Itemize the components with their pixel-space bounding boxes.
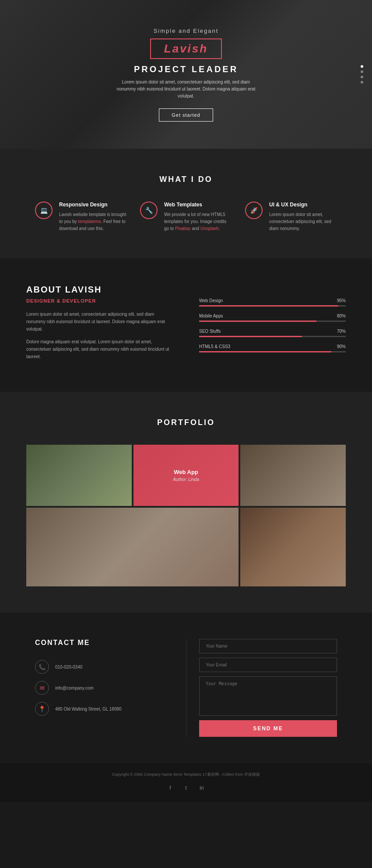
skill-web-design-header: Web Design 95% (199, 298, 346, 303)
skill-html-css: HTML5 & CSS3 90% (199, 344, 346, 352)
hero-dot-1[interactable] (361, 65, 363, 68)
responsive-design-icon: 💻 (35, 202, 53, 219)
get-started-button[interactable]: Get started (159, 108, 213, 122)
footer: Copyright © 2084 Company Name More Templ… (0, 763, 372, 802)
skill-web-design-bar-bg (199, 305, 346, 307)
hero-dot-2[interactable] (361, 70, 363, 73)
skill-mobile-apps-pct: 80% (337, 314, 346, 318)
contact-message-textarea[interactable] (199, 676, 337, 716)
contact-address-item: 📍 480 Old Walking Street, GL 18080 (35, 702, 173, 716)
ui-ux-icon: 🚀 (245, 202, 263, 219)
hero-content: Simple and Elegant Lavish PROJECT LEADER… (116, 28, 256, 122)
service-web-templates-content: Web Templates We provide a lot of new HT… (164, 202, 232, 232)
contact-address: 480 Old Walking Street, GL 18080 (55, 707, 122, 711)
service-responsive-content: Responsive Design Lavish website templat… (59, 202, 127, 232)
skill-seo-header: SEO Stuffs 70% (199, 329, 346, 334)
skill-mobile-apps-header: Mobile Apps 80% (199, 314, 346, 318)
contact-email: info@company.com (55, 686, 94, 690)
skill-html-css-header: HTML5 & CSS3 90% (199, 344, 346, 349)
unsplash-link[interactable]: Unsplash (200, 226, 219, 231)
about-skills: Web Design 95% Mobile Apps 80% SEO Stuff… (199, 285, 346, 366)
skill-mobile-apps-name: Mobile Apps (199, 314, 223, 318)
service-ui-ux-desc: Lorem ipsum dolor sit amet, consectetuer… (269, 211, 337, 232)
contact-email-item: ✉ info@company.com (35, 681, 173, 695)
skill-web-design-pct: 95% (337, 298, 346, 303)
portfolio-overlay-2: Web App Author: Linda (133, 445, 239, 506)
portfolio-grid: Web App Author: Linda (26, 445, 346, 586)
skill-web-design-bar-fill (199, 305, 338, 307)
portfolio-item-2-author: Author: Linda (173, 477, 199, 482)
templatemo-link[interactable]: templatemo (78, 219, 101, 224)
skill-seo: SEO Stuffs 70% (199, 329, 346, 337)
about-section: ABOUT LAVISH DESIGNER & DEVELOPER Lorem … (0, 258, 372, 392)
skill-html-css-bar-fill (199, 351, 331, 352)
about-text-2: Dolore magna aliquam erat volutpat. Lore… (26, 338, 173, 360)
facebook-icon[interactable]: f (165, 783, 175, 793)
phone-icon: 📞 (35, 660, 49, 674)
contact-phone-item: 📞 010-020-0340 (35, 660, 173, 674)
hero-subtitle: Simple and Elegant (116, 28, 256, 34)
hero-dot-3[interactable] (361, 76, 363, 78)
skill-web-design: Web Design 95% (199, 298, 346, 307)
skill-html-css-pct: 90% (337, 344, 346, 349)
footer-copyright-text: Copyright © 2084 Company Name More Templ… (112, 772, 260, 777)
skill-html-css-bar-bg (199, 351, 346, 352)
portfolio-item-2[interactable]: Web App Author: Linda (133, 445, 239, 506)
skill-seo-pct: 70% (337, 329, 346, 334)
web-templates-icon: 🔧 (140, 202, 158, 219)
skill-seo-bar-fill (199, 336, 302, 337)
about-left: ABOUT LAVISH DESIGNER & DEVELOPER Lorem … (26, 285, 173, 366)
contact-phone: 010-020-0340 (55, 665, 82, 669)
hero-navigation-dots (361, 65, 363, 84)
skill-seo-name: SEO Stuffs (199, 329, 221, 334)
portfolio-item-3[interactable] (240, 445, 346, 506)
pixabay-link[interactable]: Pixabay (175, 226, 191, 231)
portfolio-item-4[interactable] (26, 508, 239, 586)
service-item-responsive: 💻 Responsive Design Lavish website templ… (35, 202, 127, 232)
portfolio-section: PORTFOLIO Web App Author: Linda (0, 392, 372, 613)
portfolio-title: PORTFOLIO (26, 418, 346, 427)
services-grid: 💻 Responsive Design Lavish website templ… (35, 202, 337, 232)
location-icon: 📍 (35, 702, 49, 716)
skill-mobile-apps-bar-bg (199, 321, 346, 322)
what-i-do-title: WHAT I DO (35, 175, 337, 184)
service-ui-ux-title: UI & UX Design (269, 202, 337, 208)
portfolio-item-1[interactable] (26, 445, 132, 506)
contact-left: CONTACT ME 📞 010-020-0340 ✉ info@company… (35, 639, 173, 737)
service-responsive-title: Responsive Design (59, 202, 127, 208)
portfolio-item-2-title: Web App (174, 469, 198, 475)
contact-section: CONTACT ME 📞 010-020-0340 ✉ info@company… (0, 613, 372, 763)
contact-heading: CONTACT ME (35, 639, 173, 647)
service-item-ui-ux: 🚀 UI & UX Design Lorem ipsum dolor sit a… (245, 202, 337, 232)
contact-name-input[interactable] (199, 639, 337, 653)
footer-social: f t in (9, 783, 363, 793)
skill-mobile-apps: Mobile Apps 80% (199, 314, 346, 322)
service-item-web-templates: 🔧 Web Templates We provide a lot of new … (140, 202, 232, 232)
skill-html-css-name: HTML5 & CSS3 (199, 344, 230, 349)
what-i-do-section: WHAT I DO 💻 Responsive Design Lavish web… (0, 149, 372, 258)
instagram-icon[interactable]: in (197, 783, 207, 793)
skill-seo-bar-bg (199, 336, 346, 337)
service-responsive-desc: Lavish website template is brought to yo… (59, 211, 127, 232)
service-web-templates-desc: We provide a lot of new HTML5 templates … (164, 211, 232, 232)
hero-title: PROJECT LEADER (116, 64, 256, 74)
skill-mobile-apps-bar-fill (199, 321, 316, 322)
twitter-icon[interactable]: t (181, 783, 191, 793)
service-web-templates-title: Web Templates (164, 202, 232, 208)
about-text-1: Lorem ipsum dolor sit amet, consectetuer… (26, 310, 173, 333)
footer-copyright: Copyright © 2084 Company Name More Templ… (9, 772, 363, 777)
hero-section: Simple and Elegant Lavish PROJECT LEADER… (0, 0, 372, 149)
portfolio-item-5[interactable] (240, 508, 346, 586)
contact-form-container: SEND ME (199, 639, 337, 737)
hero-description: Lorem ipsum dolor sit amet, consectetuer… (116, 79, 256, 100)
send-me-button[interactable]: SEND ME (199, 720, 337, 737)
hero-brand: Lavish (150, 38, 222, 59)
about-heading: ABOUT LAVISH (26, 285, 173, 295)
contact-email-input[interactable] (199, 658, 337, 672)
hero-dot-4[interactable] (361, 81, 363, 84)
service-ui-ux-content: UI & UX Design Lorem ipsum dolor sit ame… (269, 202, 337, 232)
email-icon: ✉ (35, 681, 49, 695)
skill-web-design-name: Web Design (199, 298, 223, 303)
contact-form: SEND ME (199, 639, 337, 737)
about-role: DESIGNER & DEVELOPER (26, 298, 173, 303)
